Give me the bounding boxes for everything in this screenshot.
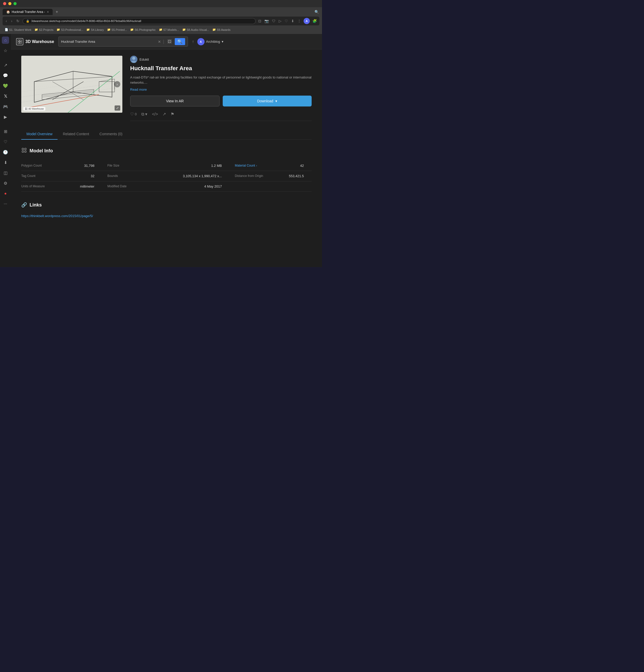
image-search-button[interactable]: 🖼 (166, 39, 173, 45)
traffic-light-close[interactable] (3, 2, 6, 5)
header-actions: ↑ A Archiblog ▾ (192, 38, 223, 45)
dock-grid[interactable]: ⊞ (2, 128, 9, 135)
nav-bar: ‹ › ↻ 🔒 3dwarehouse.sketchup.com/model/1… (3, 16, 319, 25)
new-tab-button[interactable]: + (54, 9, 60, 15)
copy-button[interactable]: ⧉ ▾ (141, 112, 147, 117)
camera-icon[interactable]: 📷 (264, 19, 269, 24)
dock-record[interactable]: ● (2, 190, 9, 197)
svg-rect-32 (22, 151, 24, 152)
download-icon[interactable]: ⬇ (291, 19, 295, 24)
active-tab[interactable]: 🏠 Hucknall Transfer Area - ✕ (3, 9, 52, 15)
dock-cursor[interactable]: ↗ (2, 61, 9, 69)
bookmark-s8[interactable]: 📁 S8.Audio-Visual... (182, 28, 209, 31)
browser-search-button[interactable]: 🔍 (314, 9, 319, 14)
warehouse-logo: 3D Warehouse (16, 38, 54, 45)
url-bar[interactable]: 🔒 3dwarehouse.sketchup.com/model/16eb4e7… (23, 18, 256, 24)
forward-button[interactable]: › (10, 19, 13, 24)
bookmark-s5[interactable]: 📁 S5.Printed... (107, 28, 127, 31)
dock-twitter[interactable]: 𝕏 (2, 93, 9, 100)
dock-messenger[interactable]: 💬 (2, 72, 9, 79)
user-avatar: A (197, 38, 204, 45)
bookmark-s3[interactable]: 📁 S3.Professional... (57, 28, 83, 31)
search-submit-button[interactable]: 🔍 (175, 38, 185, 45)
tabs: Model Overview Related Content Comments … (21, 129, 312, 140)
model-title: Hucknall Transfer Area (130, 65, 312, 72)
flag-button[interactable]: ⚑ (171, 112, 174, 117)
search-clear-button[interactable]: ✕ (158, 40, 161, 44)
search-bar[interactable]: ✕ | 🖼 🔍 (58, 37, 188, 47)
author-name: Edukit (140, 58, 149, 61)
os-chrome (0, 0, 322, 7)
svg-rect-31 (25, 148, 26, 150)
traffic-light-minimize[interactable] (8, 2, 11, 5)
cast-icon[interactable]: ⊡ (258, 19, 262, 24)
bookmark-s6[interactable]: 📁 S6.Photographic (130, 28, 155, 31)
dock-settings[interactable]: ⚙ (2, 180, 9, 187)
svg-rect-26 (26, 109, 27, 110)
bookmark-s2[interactable]: 📁 S2.Projects (34, 28, 54, 31)
traffic-light-fullscreen[interactable] (13, 2, 16, 5)
file-size-label: File Size (102, 160, 141, 171)
svg-rect-1 (20, 40, 22, 41)
dock-discord[interactable]: 🎮 (2, 103, 9, 110)
download-button[interactable]: Download ▾ (223, 96, 312, 107)
svg-rect-0 (18, 40, 20, 41)
model-expand-button[interactable]: ⤢ (115, 106, 120, 111)
dock-more[interactable]: ··· (2, 200, 9, 207)
view-ar-button[interactable]: View In AR (130, 96, 220, 107)
search-input[interactable] (61, 40, 156, 44)
tab-related-content[interactable]: Related Content (58, 129, 94, 140)
profile-button[interactable]: A (304, 18, 310, 24)
back-button[interactable]: ‹ (5, 19, 8, 24)
dock-whatsapp[interactable]: 💚 (2, 82, 9, 89)
bookmark-s7[interactable]: 📁 S7.Models... (159, 28, 179, 31)
dock-download-sidebar[interactable]: ⬇ (2, 159, 9, 166)
bookmark-s9[interactable]: 📁 S9.Awards (212, 28, 231, 31)
copy-chevron: ▾ (145, 112, 147, 117)
refresh-button[interactable]: ↻ (15, 19, 21, 24)
model-description: A road-DTb* rail-air link providing faci… (130, 75, 312, 85)
material-count-chevron[interactable]: › (256, 164, 257, 167)
dock-clock[interactable]: 🕐 (2, 148, 9, 156)
share-button[interactable]: ↗ (163, 112, 166, 117)
copy-icon: ⧉ (141, 112, 144, 117)
extensions-button[interactable]: 🧩 (312, 19, 317, 24)
like-button[interactable]: ♡ 0 (130, 112, 137, 117)
dock-star[interactable]: ☆ (2, 47, 9, 54)
table-row: Polygon Count 31,798 File Size 1.2 MB Ma… (21, 160, 312, 171)
user-menu-button[interactable]: A Archiblog ▾ (197, 38, 223, 45)
polygon-count-label: Polygon Count (21, 160, 60, 171)
material-count-label[interactable]: Material Count (235, 164, 255, 167)
svg-point-28 (132, 57, 135, 60)
bounds-label: Bounds (102, 171, 141, 181)
share-header-button[interactable]: ↑ (192, 39, 194, 44)
modified-date-label: Modified Date (102, 181, 141, 192)
shield-icon[interactable]: 🛡 (271, 19, 276, 24)
model-next-button[interactable]: › (114, 81, 120, 87)
dock-heart[interactable]: ♡ (2, 138, 9, 145)
model-info-title: Model Info (30, 148, 53, 154)
nav-icons: ⊡ 📷 🛡 ▷ ♡ ⬇ ⋮ A 🧩 (258, 18, 317, 24)
bookmark-s4[interactable]: 📁 S4.Library (86, 28, 104, 31)
extension-icon[interactable]: ▷ (278, 19, 282, 24)
read-more-link[interactable]: Read more (130, 87, 312, 92)
dock-layers[interactable]: ◫ (2, 169, 9, 177)
links-section-title: 🔗 Links (21, 202, 312, 208)
tab-model-overview[interactable]: Model Overview (21, 129, 58, 140)
main-layout: ⌂ ☆ ↗ 💬 💚 𝕏 🎮 ▶ ⊞ ♡ 🕐 ⬇ ◫ ⚙ ● ··· (0, 34, 322, 267)
dock-home[interactable]: ⌂ (2, 37, 9, 44)
menu-icon[interactable]: ⋮ (297, 19, 302, 24)
bookmark-s1[interactable]: 📄 S1. Student Work (5, 28, 31, 31)
svg-rect-33 (25, 151, 26, 152)
external-link-1[interactable]: https://thinkbelt.wordpress.com/2015/01/… (21, 214, 312, 218)
tab-comments[interactable]: Comments (0) (94, 129, 128, 140)
dock-prompt[interactable]: ▶ (2, 113, 9, 120)
tab-close-icon[interactable]: ✕ (47, 10, 49, 14)
svg-rect-3 (20, 42, 22, 44)
model-wh-badge: 3D Warehouse (23, 107, 45, 111)
heart-icon[interactable]: ♡ (284, 19, 289, 24)
modified-date-value: 4 May 2017 (141, 181, 230, 192)
flag-icon: ⚑ (171, 112, 174, 117)
svg-rect-23 (25, 108, 26, 109)
embed-button[interactable]: </> (152, 112, 158, 117)
